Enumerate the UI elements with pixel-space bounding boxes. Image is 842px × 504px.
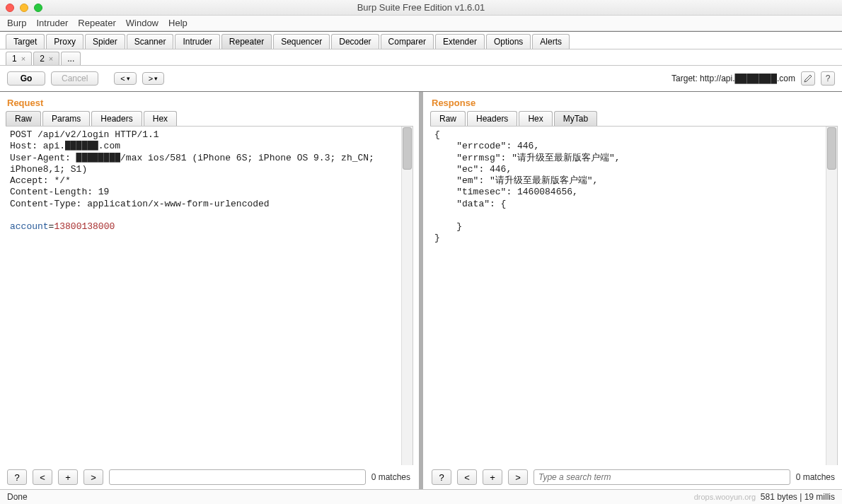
window-title: Burp Suite Free Edition v1.6.01 <box>0 2 842 13</box>
response-search-next-button[interactable]: > <box>508 469 528 485</box>
window-titlebar: Burp Suite Free Edition v1.6.01 <box>0 0 842 16</box>
response-tab-mytab[interactable]: MyTab <box>554 111 597 126</box>
request-title: Request <box>0 92 417 111</box>
tab-extender[interactable]: Extender <box>435 34 485 49</box>
tab-repeater[interactable]: Repeater <box>221 34 272 49</box>
request-tab-headers[interactable]: Headers <box>91 111 142 126</box>
tab-alerts[interactable]: Alerts <box>532 34 570 49</box>
status-bar: Done drops.wooyun.org 581 bytes | 19 mil… <box>0 489 842 504</box>
repeater-tab-...[interactable]: ... <box>61 52 81 65</box>
app-menubar: Burp Intruder Repeater Window Help <box>0 16 842 31</box>
request-pane: Request RawParamsHeadersHex POST /api/v2… <box>0 92 417 489</box>
menu-intruder[interactable]: Intruder <box>36 18 68 28</box>
tab-scanner[interactable]: Scanner <box>127 34 174 49</box>
request-search-help-button[interactable]: ? <box>7 469 27 485</box>
request-scrollbar[interactable] <box>401 127 413 465</box>
tab-spider[interactable]: Spider <box>85 34 125 49</box>
tab-proxy[interactable]: Proxy <box>46 34 83 49</box>
history-forward-button[interactable]: >▾ <box>142 72 164 85</box>
request-search-next-button[interactable]: > <box>83 469 103 485</box>
main-tab-bar: TargetProxySpiderScannerIntruderRepeater… <box>0 31 842 49</box>
menu-window[interactable]: Window <box>126 18 158 28</box>
request-search-add-button[interactable]: + <box>58 469 78 485</box>
status-right: 581 bytes | 19 millis <box>761 492 835 502</box>
menu-burp[interactable]: Burp <box>7 18 26 28</box>
tab-intruder[interactable]: Intruder <box>175 34 219 49</box>
edit-target-button[interactable] <box>801 71 815 86</box>
request-tab-raw[interactable]: Raw <box>6 111 41 126</box>
request-tab-hex[interactable]: Hex <box>144 111 177 126</box>
response-search-prev-button[interactable]: < <box>457 469 477 485</box>
close-icon[interactable]: × <box>49 54 53 63</box>
response-title: Response <box>425 92 842 111</box>
request-tab-bar: RawParamsHeadersHex <box>0 111 417 126</box>
repeater-toolbar: Go Cancel <▾ >▾ Target: http://api.█████… <box>0 66 842 92</box>
menu-help[interactable]: Help <box>168 18 188 28</box>
tab-options[interactable]: Options <box>486 34 531 49</box>
response-search-bar: ? < + > 0 matches <box>425 465 842 489</box>
response-search-help-button[interactable]: ? <box>432 469 451 485</box>
help-button[interactable]: ? <box>821 71 835 86</box>
watermark: drops.wooyun.org <box>694 493 756 501</box>
response-search-matches: 0 matches <box>796 472 835 482</box>
repeater-tab-2[interactable]: 2× <box>33 52 59 65</box>
response-tab-hex[interactable]: Hex <box>519 111 552 126</box>
response-scrollbar[interactable] <box>826 127 837 465</box>
repeater-subtab-bar: 1×2×... <box>0 49 842 66</box>
tab-comparer[interactable]: Comparer <box>381 34 434 49</box>
tab-target[interactable]: Target <box>6 34 45 49</box>
request-tab-params[interactable]: Params <box>42 111 90 126</box>
response-search-add-button[interactable]: + <box>483 469 502 485</box>
cancel-button[interactable]: Cancel <box>51 71 98 86</box>
go-button[interactable]: Go <box>7 71 45 86</box>
split-panes: Request RawParamsHeadersHex POST /api/v2… <box>0 92 842 489</box>
tab-sequencer[interactable]: Sequencer <box>273 34 330 49</box>
request-search-prev-button[interactable]: < <box>33 469 52 485</box>
response-tab-raw[interactable]: Raw <box>430 111 466 126</box>
menu-repeater[interactable]: Repeater <box>78 18 115 28</box>
pane-divider[interactable] <box>419 92 423 489</box>
target-label: Target: http://api.███████.com <box>671 74 795 83</box>
request-search-matches: 0 matches <box>371 472 410 482</box>
response-tab-bar: RawHeadersHexMyTab <box>425 111 842 126</box>
pencil-icon <box>804 74 812 83</box>
response-search-input[interactable] <box>534 469 790 485</box>
tab-decoder[interactable]: Decoder <box>331 34 379 49</box>
repeater-tab-1[interactable]: 1× <box>6 52 32 65</box>
response-tab-headers[interactable]: Headers <box>467 111 517 126</box>
request-search-bar: ? < + > 0 matches <box>0 465 417 489</box>
request-editor[interactable]: POST /api/v2/login HTTP/1.1 Host: api.██… <box>6 127 401 465</box>
response-editor[interactable]: { "errcode": 446, "errmsg": "请升级至最新版客户端"… <box>430 127 826 465</box>
close-icon[interactable]: × <box>21 54 25 63</box>
status-left: Done <box>7 492 28 502</box>
request-search-input[interactable] <box>109 469 366 485</box>
response-pane: Response RawHeadersHexMyTab { "errcode":… <box>425 92 842 489</box>
history-back-button[interactable]: <▾ <box>114 72 136 85</box>
